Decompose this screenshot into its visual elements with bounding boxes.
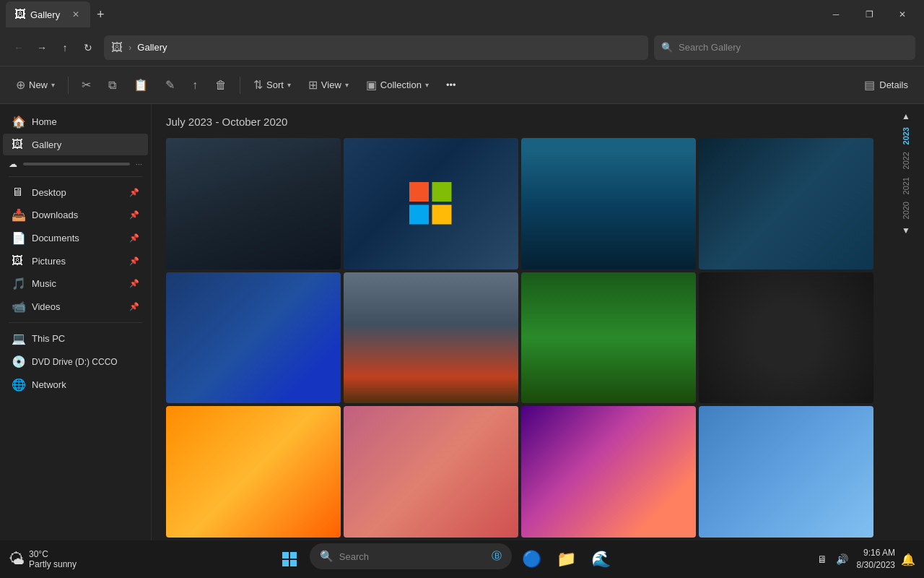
clock[interactable]: 9:16 AM 8/30/2023	[857, 547, 895, 571]
nav-buttons: ← → ↑ ↻	[9, 38, 98, 58]
sidebar-cloud-area[interactable]: ☁ ···	[0, 156, 151, 172]
delete-icon: 🗑	[215, 79, 227, 92]
sidebar-item-pictures[interactable]: 🖼 Pictures 📌	[3, 250, 148, 272]
taskbar-app-vpn[interactable]: 🔵	[516, 543, 548, 575]
network-label: Network	[32, 379, 66, 390]
time-display: 9:16 AM	[857, 547, 895, 559]
photo-item-4[interactable]	[699, 138, 873, 269]
date-display: 8/30/2023	[857, 559, 895, 571]
delete-button[interactable]: 🗑	[208, 72, 234, 98]
taskbar-app-edge[interactable]: 🌊	[585, 543, 617, 575]
collection-button[interactable]: ▣ Collection ▾	[359, 72, 436, 98]
taskbar-search[interactable]: 🔍 Search Ⓑ	[310, 543, 512, 569]
search-icon: 🔍	[661, 42, 673, 53]
sort-dropdown-icon: ▾	[287, 81, 291, 89]
photo-placeholder-9	[166, 406, 341, 538]
timeline-year-2021[interactable]: 2021	[902, 174, 910, 197]
weather-widget[interactable]: 🌤 30°C Partly sunny	[9, 549, 77, 569]
address-bar: ← → ↑ ↻ 🖼 › Gallery 🔍 Search Gallery	[0, 29, 924, 66]
desktop-icon: 🖥	[12, 186, 26, 199]
svg-rect-7	[290, 560, 297, 566]
new-label: New	[29, 79, 48, 90]
close-button[interactable]: ✕	[886, 3, 918, 26]
sidebar-item-dvd[interactable]: 💿 DVD Drive (D:) CCCO	[3, 350, 148, 373]
rename-button[interactable]: ✎	[158, 72, 182, 98]
active-tab[interactable]: 🖼 Gallery ✕	[6, 1, 90, 27]
taskbar: 🌤 30°C Partly sunny 🔍 Search Ⓑ 🔵 📁 🌊	[0, 540, 924, 578]
volume-icon[interactable]: 🔊	[833, 551, 851, 568]
timeline-year-2023[interactable]: 2023	[902, 124, 910, 147]
home-icon: 🏠	[12, 115, 26, 129]
taskbar-app-files[interactable]: 📁	[551, 543, 583, 575]
up-button[interactable]: ↑	[55, 38, 75, 58]
photo-item-8[interactable]	[699, 272, 873, 404]
taskbar-apps: 🔵 📁 🌊	[516, 543, 617, 575]
photo-item-5[interactable]	[166, 272, 341, 404]
sidebar-item-gallery[interactable]: 🖼 Gallery	[3, 134, 148, 155]
photo-item-9[interactable]	[166, 406, 341, 538]
sidebar-item-documents[interactable]: 📄 Documents 📌	[3, 227, 148, 249]
refresh-button[interactable]: ↻	[78, 38, 98, 58]
timeline-up[interactable]: ▲	[899, 110, 913, 123]
photo-item-10[interactable]	[344, 406, 518, 538]
minimize-button[interactable]: ─	[820, 3, 852, 26]
photo-placeholder-7	[521, 272, 696, 404]
details-button[interactable]: ▤ Details	[857, 72, 915, 98]
photo-item-3[interactable]	[521, 138, 696, 269]
timeline-year-2022[interactable]: 2022	[902, 149, 910, 172]
photo-item-12[interactable]	[699, 406, 873, 538]
sidebar-item-thispc[interactable]: 💻 This PC	[3, 327, 148, 350]
sidebar-item-home[interactable]: 🏠 Home	[3, 111, 148, 133]
documents-icon: 📄	[12, 231, 26, 245]
forward-button[interactable]: →	[32, 38, 52, 58]
maximize-button[interactable]: ❐	[853, 3, 885, 26]
photo-item-2[interactable]	[344, 138, 518, 269]
address-box[interactable]: 🖼 › Gallery	[104, 35, 648, 60]
photo-item-1[interactable]	[166, 138, 341, 269]
back-button[interactable]: ←	[9, 38, 29, 58]
share-button[interactable]: ↑	[185, 72, 205, 98]
more-button[interactable]: •••	[439, 72, 463, 98]
notification-icon[interactable]: 🔔	[901, 553, 915, 566]
timeline-down[interactable]: ▼	[899, 224, 913, 237]
view-button[interactable]: ⊞ View ▾	[301, 72, 356, 98]
this-pc-label: This PC	[32, 333, 65, 344]
sidebar-item-videos[interactable]: 📹 Videos 📌	[3, 296, 148, 318]
network-icon: 🌐	[12, 378, 26, 392]
photo-item-6[interactable]	[344, 272, 518, 404]
weather-info: 30°C Partly sunny	[29, 549, 77, 569]
weather-desc: Partly sunny	[29, 559, 77, 569]
svg-rect-0	[409, 182, 429, 202]
timeline-year-2020[interactable]: 2020	[902, 199, 910, 222]
sort-button[interactable]: ⇅ Sort ▾	[246, 72, 298, 98]
sidebar-item-network[interactable]: 🌐 Network	[3, 374, 148, 396]
new-icon: ⊕	[16, 78, 25, 92]
display-icon[interactable]: 🖥	[814, 551, 830, 568]
photo-item-11[interactable]	[521, 406, 696, 538]
copy-button[interactable]: ⧉	[101, 72, 123, 98]
start-button[interactable]	[274, 543, 305, 575]
details-label: Details	[879, 79, 908, 90]
sidebar-item-music[interactable]: 🎵 Music 📌	[3, 272, 148, 295]
videos-icon: 📹	[12, 300, 26, 314]
search-box[interactable]: 🔍 Search Gallery	[654, 35, 915, 60]
sidebar: 🏠 Home 🖼 Gallery ☁ ··· 🖥 Desktop 📌 📥 Dow…	[0, 104, 152, 555]
tab-close-button[interactable]: ✕	[70, 9, 82, 20]
new-tab-button[interactable]: +	[90, 4, 110, 25]
sidebar-item-downloads[interactable]: 📥 Downloads 📌	[3, 204, 148, 226]
tab-icon: 🖼	[14, 8, 26, 21]
bing-logo: Ⓑ	[492, 550, 502, 563]
new-button[interactable]: ⊕ New ▾	[9, 72, 62, 98]
music-icon: 🎵	[12, 277, 26, 290]
photo-placeholder-4	[699, 138, 873, 269]
timeline: ▲ 2023 2022 2021 2020 ▼	[888, 104, 924, 555]
sidebar-item-desktop[interactable]: 🖥 Desktop 📌	[3, 181, 148, 203]
photo-item-7[interactable]	[521, 272, 696, 404]
pin-icon-3: 📌	[129, 233, 139, 243]
main-layout: 🏠 Home 🖼 Gallery ☁ ··· 🖥 Desktop 📌 📥 Dow…	[0, 104, 924, 555]
content-area: July 2023 - October 2020	[152, 104, 888, 555]
collection-icon: ▣	[366, 78, 377, 92]
taskbar-search-icon: 🔍	[320, 550, 334, 563]
paste-button[interactable]: 📋	[126, 72, 155, 98]
cut-button[interactable]: ✂	[74, 72, 98, 98]
